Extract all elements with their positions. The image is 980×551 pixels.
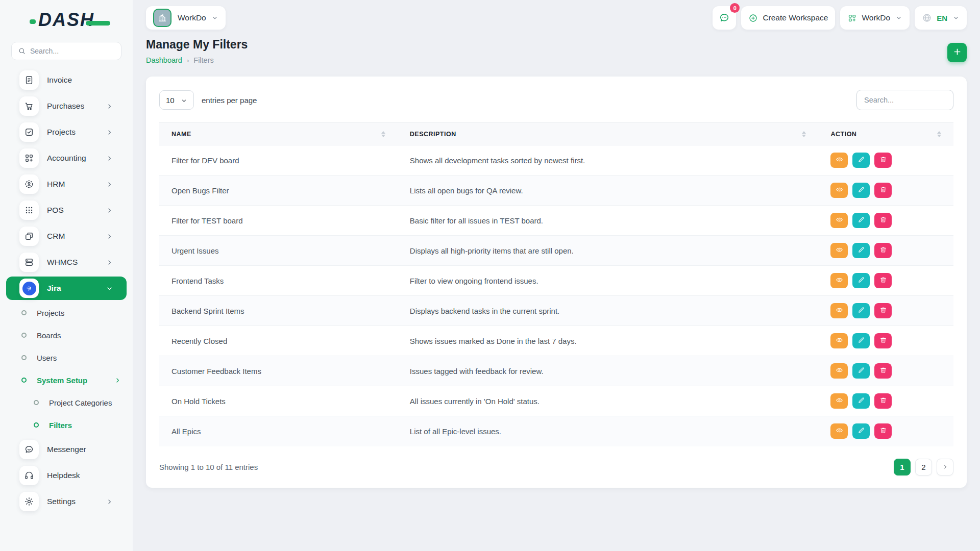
sidebar-item-users[interactable]: Users — [6, 347, 127, 368]
sidebar-item-settings[interactable]: Settings — [6, 490, 127, 513]
workspace-selector[interactable]: WorkDo — [146, 6, 226, 30]
sidebar-item-label: Users — [37, 354, 57, 362]
column-header-action[interactable]: ACTION — [818, 123, 953, 145]
edit-button[interactable] — [852, 213, 870, 228]
delete-button[interactable] — [874, 183, 892, 198]
sidebar-item-label: POS — [47, 206, 64, 215]
delete-button[interactable] — [874, 153, 892, 168]
delete-button[interactable] — [874, 213, 892, 228]
view-button[interactable] — [830, 153, 848, 168]
table-search-input[interactable] — [856, 90, 953, 110]
bullet-icon — [34, 422, 39, 428]
sidebar-item-label: CRM — [47, 232, 65, 241]
sidebar-item-accounting[interactable]: Accounting — [6, 146, 127, 170]
actions-cell — [818, 145, 953, 176]
sidebar-item-project-categories[interactable]: Project Categories — [6, 392, 127, 413]
edit-button[interactable] — [852, 363, 870, 379]
workspace-name: WorkDo — [178, 13, 206, 22]
sidebar-item-hrm[interactable]: HRM — [6, 172, 127, 196]
sidebar-item-label: Helpdesk — [47, 471, 80, 480]
language-code: EN — [937, 14, 947, 22]
delete-button[interactable] — [874, 273, 892, 288]
table-row: Filter for TEST boardBasic filter for al… — [159, 206, 953, 236]
edit-button[interactable] — [852, 303, 870, 318]
eye-icon — [836, 276, 843, 285]
sidebar-item-invoice[interactable]: Invoice — [6, 68, 127, 92]
bullet-icon — [21, 378, 27, 383]
delete-button[interactable] — [874, 333, 892, 348]
column-header-name[interactable]: NAME — [159, 123, 398, 145]
next-page-button[interactable] — [937, 459, 953, 475]
sidebar-item-label: Projects — [47, 128, 76, 137]
sidebar-item-whmcs[interactable]: WHMCS — [6, 251, 127, 274]
actions-cell — [818, 416, 953, 446]
filter-description-cell: All issues currently in 'On Hold' status… — [398, 386, 819, 416]
filter-name-cell: Filter for TEST board — [159, 206, 398, 236]
table-controls: 10 entries per page — [159, 90, 953, 110]
messages-button[interactable]: 0 — [713, 6, 736, 30]
sidebar-item-system-setup[interactable]: System Setup — [6, 370, 127, 390]
chevron-right-icon — [106, 129, 113, 136]
edit-button[interactable] — [852, 153, 870, 168]
sidebar-item-filters[interactable]: Filters — [6, 415, 127, 435]
column-header-description[interactable]: DESCRIPTION — [398, 123, 819, 145]
messages-count-badge: 0 — [730, 3, 740, 13]
edit-button[interactable] — [852, 333, 870, 348]
view-button[interactable] — [830, 363, 848, 379]
filter-description-cell: Issues tagged with feedback for review. — [398, 356, 819, 386]
delete-button[interactable] — [874, 303, 892, 318]
page-button-2[interactable]: 2 — [915, 459, 932, 475]
language-selector[interactable]: EN — [915, 6, 967, 30]
add-filter-button[interactable] — [947, 43, 967, 62]
view-button[interactable] — [830, 243, 848, 258]
pencil-icon — [857, 306, 865, 315]
edit-button[interactable] — [852, 393, 870, 409]
delete-button[interactable] — [874, 363, 892, 379]
delete-button[interactable] — [874, 243, 892, 258]
view-button[interactable] — [830, 423, 848, 439]
delete-button[interactable] — [874, 423, 892, 439]
filter-description-cell: Displays backend tasks in the current sp… — [398, 296, 819, 326]
sidebar-item-purchases[interactable]: Purchases — [6, 94, 127, 118]
breadcrumb-dashboard-link[interactable]: Dashboard — [146, 56, 182, 64]
pencil-icon — [857, 396, 865, 406]
edit-button[interactable] — [852, 423, 870, 439]
view-button[interactable] — [830, 183, 848, 198]
sidebar-item-pos[interactable]: POS — [6, 198, 127, 222]
entries-per-page-select[interactable]: 10 — [159, 90, 194, 110]
gear-icon — [19, 492, 39, 511]
cart-icon — [19, 96, 39, 116]
delete-button[interactable] — [874, 393, 892, 409]
table-row: Customer Feedback ItemsIssues tagged wit… — [159, 356, 953, 386]
view-button[interactable] — [830, 333, 848, 348]
sidebar-item-helpdesk[interactable]: Helpdesk — [6, 464, 127, 487]
headset-icon — [19, 466, 39, 485]
edit-button[interactable] — [852, 243, 870, 258]
view-button[interactable] — [830, 393, 848, 409]
filter-description-cell: Lists all open bugs for QA review. — [398, 176, 819, 206]
create-workspace-button[interactable]: Create Workspace — [741, 6, 835, 30]
dash-logo[interactable]: DASH — [0, 4, 133, 36]
sidebar-item-crm[interactable]: CRM — [6, 224, 127, 248]
view-button[interactable] — [830, 303, 848, 318]
chat-icon — [19, 440, 39, 459]
sidebar-item-messenger[interactable]: Messenger — [6, 438, 127, 461]
sidebar-item-projects[interactable]: Projects — [6, 120, 127, 144]
sidebar-item-jira[interactable]: Jira — [6, 277, 127, 300]
workdo-menu-button[interactable]: WorkDo — [840, 6, 910, 30]
table-row: Backend Sprint ItemsDisplays backend tas… — [159, 296, 953, 326]
view-button[interactable] — [830, 213, 848, 228]
page-button-1[interactable]: 1 — [894, 459, 911, 475]
edit-button[interactable] — [852, 183, 870, 198]
sidebar-item-label: Jira — [47, 284, 61, 293]
actions-cell — [818, 266, 953, 296]
actions-cell — [818, 326, 953, 356]
view-button[interactable] — [830, 273, 848, 288]
sidebar-item-boards[interactable]: Boards — [6, 325, 127, 345]
sidebar-search-input[interactable] — [30, 47, 122, 55]
edit-button[interactable] — [852, 273, 870, 288]
trash-icon — [879, 246, 887, 255]
sidebar-item-projects[interactable]: Projects — [6, 303, 127, 323]
eye-icon — [836, 246, 843, 255]
logo-text: DASH — [38, 9, 94, 31]
